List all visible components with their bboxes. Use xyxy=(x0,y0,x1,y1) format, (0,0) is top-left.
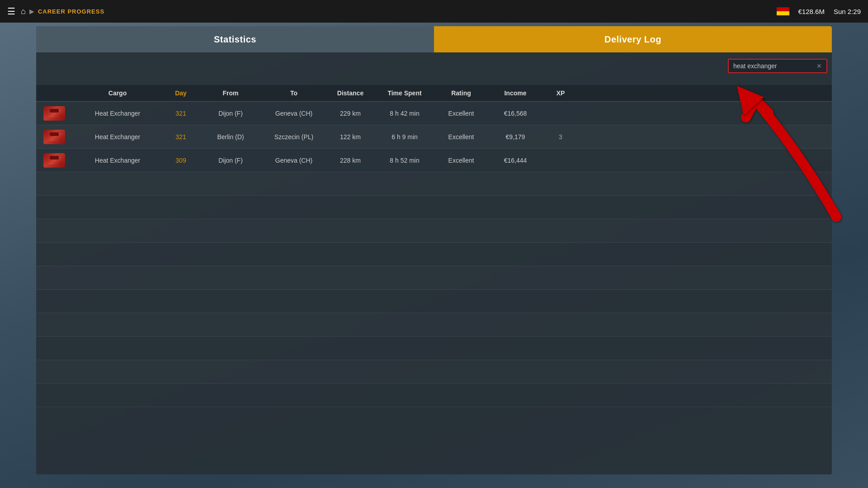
td-time-spent: 8 h 42 min xyxy=(375,108,434,119)
th-cargo: Cargo xyxy=(72,89,163,97)
th-to: To xyxy=(262,89,326,97)
td-cargo: Heat Exchanger xyxy=(72,108,163,119)
tab-statistics-label: Statistics xyxy=(214,34,256,45)
td-time-spent: 6 h 9 min xyxy=(375,131,434,142)
menu-icon[interactable]: ☰ xyxy=(7,6,15,17)
cargo-icon-cell xyxy=(36,104,72,122)
table-row: Heat Exchanger 321 Berlin (D) Szczecin (… xyxy=(36,125,832,149)
td-time-spent: 8 h 52 min xyxy=(375,155,434,166)
td-xp xyxy=(542,159,579,162)
td-distance: 228 km xyxy=(326,155,375,166)
table-row-empty xyxy=(36,172,832,196)
tab-statistics[interactable]: Statistics xyxy=(36,26,434,52)
td-from: Dijon (F) xyxy=(199,108,262,119)
td-to: Geneva (CH) xyxy=(262,155,326,166)
cargo-icon-cell xyxy=(36,128,72,146)
td-distance: 229 km xyxy=(326,108,375,119)
th-distance: Distance xyxy=(326,89,375,97)
table-row-empty xyxy=(36,196,832,219)
td-rating: Excellent xyxy=(434,131,488,142)
table-row-empty xyxy=(36,266,832,290)
td-distance: 122 km xyxy=(326,131,375,142)
main-panel: Statistics Delivery Log ✕ Cargo Day From… xyxy=(36,26,832,474)
th-from: From xyxy=(199,89,262,97)
th-xp: XP xyxy=(542,89,579,97)
table-row-empty xyxy=(36,360,832,384)
td-income: €16,568 xyxy=(488,108,542,119)
td-cargo: Heat Exchanger xyxy=(72,131,163,142)
table-header: Cargo Day From To Distance Time Spent Ra… xyxy=(36,85,832,102)
td-income: €9,179 xyxy=(488,131,542,142)
table-row: Heat Exchanger 321 Dijon (F) Geneva (CH)… xyxy=(36,102,832,125)
time-display: Sun 2:29 xyxy=(834,8,861,15)
table-row-empty xyxy=(36,243,832,266)
search-container: ✕ xyxy=(728,59,827,73)
td-xp xyxy=(542,112,579,115)
table-row-empty xyxy=(36,313,832,337)
td-day: 321 xyxy=(163,108,199,119)
table-row-empty xyxy=(36,290,832,313)
tab-delivery-log[interactable]: Delivery Log xyxy=(434,26,832,52)
home-icon[interactable]: ⌂ xyxy=(21,7,26,16)
cargo-icon xyxy=(43,130,65,144)
td-cargo: Heat Exchanger xyxy=(72,155,163,166)
cargo-icon-cell xyxy=(36,151,72,169)
th-rating: Rating xyxy=(434,89,488,97)
search-box: ✕ xyxy=(728,59,827,73)
th-icon xyxy=(36,89,72,97)
breadcrumb: CAREER PROGRESS xyxy=(38,8,104,15)
td-rating: Excellent xyxy=(434,155,488,166)
topbar-right: €128.6M Sun 2:29 xyxy=(777,7,861,15)
th-income: Income xyxy=(488,89,542,97)
cargo-icon xyxy=(43,106,65,121)
table-row-empty xyxy=(36,219,832,243)
money-display: €128.6M xyxy=(798,8,825,15)
td-to: Szczecin (PL) xyxy=(262,131,326,142)
topbar: ☰ ⌂ ▶ CAREER PROGRESS €128.6M Sun 2:29 xyxy=(0,0,868,23)
td-from: Dijon (F) xyxy=(199,155,262,166)
th-time-spent: Time Spent xyxy=(375,89,434,97)
tab-bar: Statistics Delivery Log xyxy=(36,26,832,52)
search-input[interactable] xyxy=(733,62,814,70)
td-day: 309 xyxy=(163,155,199,166)
tab-delivery-log-label: Delivery Log xyxy=(604,34,661,45)
table-row-empty xyxy=(36,384,832,407)
td-day: 321 xyxy=(163,131,199,142)
table-row: Heat Exchanger 309 Dijon (F) Geneva (CH)… xyxy=(36,149,832,172)
td-income: €16,444 xyxy=(488,155,542,166)
search-clear-icon[interactable]: ✕ xyxy=(816,62,822,70)
td-xp: 3 xyxy=(542,131,579,142)
td-to: Geneva (CH) xyxy=(262,108,326,119)
flag-icon xyxy=(777,7,789,15)
delivery-table: Cargo Day From To Distance Time Spent Ra… xyxy=(36,85,832,474)
td-from: Berlin (D) xyxy=(199,131,262,142)
breadcrumb-arrow: ▶ xyxy=(29,8,34,15)
table-row-empty xyxy=(36,337,832,360)
th-day: Day xyxy=(163,89,199,97)
cargo-icon xyxy=(43,153,65,168)
td-rating: Excellent xyxy=(434,108,488,119)
